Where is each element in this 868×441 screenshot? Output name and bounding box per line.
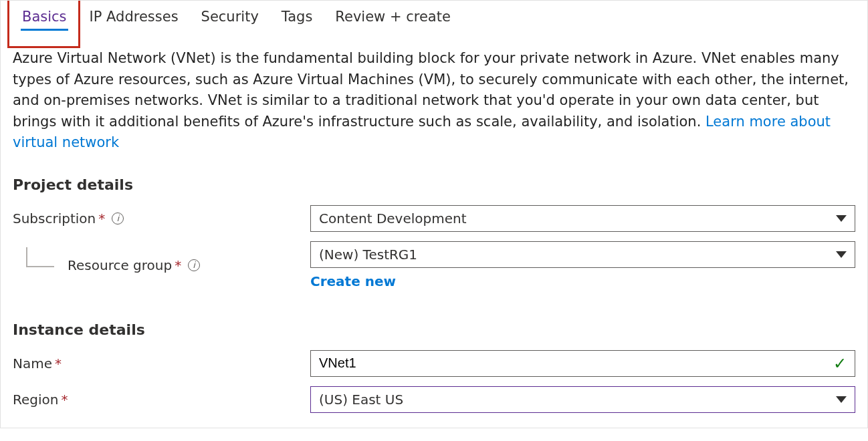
resource-group-select[interactable]: (New) TestRG1 (310, 241, 855, 268)
name-input-field[interactable] (319, 355, 833, 371)
check-icon: ✓ (833, 354, 847, 373)
tab-ip-addresses[interactable]: IP Addresses (90, 9, 179, 25)
subscription-label: Subscription (13, 210, 96, 227)
required-indicator: * (61, 392, 68, 408)
intro-paragraph: Azure Virtual Network (VNet) is the fund… (13, 48, 855, 154)
chevron-down-icon (836, 251, 847, 258)
row-subscription: Subscription * i Content Development (13, 205, 855, 232)
active-tab-underline (21, 29, 68, 31)
region-select[interactable]: (US) East US (310, 386, 855, 413)
row-region: Region * (US) East US (13, 386, 855, 413)
create-new-link[interactable]: Create new (310, 273, 396, 289)
region-value: (US) East US (319, 392, 403, 408)
instance-details-title: Instance details (13, 321, 855, 338)
info-icon[interactable]: i (188, 259, 200, 271)
required-indicator: * (98, 210, 105, 227)
required-indicator: * (175, 257, 181, 273)
resource-group-label: Resource group (68, 257, 172, 273)
row-name: Name * ✓ (13, 350, 855, 377)
required-indicator: * (55, 355, 62, 372)
region-label: Region (13, 392, 58, 408)
tabs-bar: Basics IP Addresses Security Tags Review… (13, 7, 855, 31)
name-label: Name (13, 355, 52, 372)
hierarchy-connector (26, 247, 54, 267)
chevron-down-icon (836, 215, 847, 222)
project-details-title: Project details (13, 176, 855, 193)
row-resource-group: Resource group * i (New) TestRG1 Create … (13, 241, 855, 289)
name-input[interactable]: ✓ (310, 350, 855, 377)
resource-group-value: (New) TestRG1 (319, 247, 417, 263)
chevron-down-icon (836, 396, 847, 403)
tab-basics[interactable]: Basics (22, 9, 67, 25)
tab-security[interactable]: Security (201, 9, 259, 25)
subscription-value: Content Development (319, 210, 467, 227)
info-icon[interactable]: i (112, 212, 124, 225)
tab-review-create[interactable]: Review + create (335, 9, 451, 25)
subscription-select[interactable]: Content Development (310, 205, 855, 232)
tab-tags[interactable]: Tags (282, 9, 313, 25)
